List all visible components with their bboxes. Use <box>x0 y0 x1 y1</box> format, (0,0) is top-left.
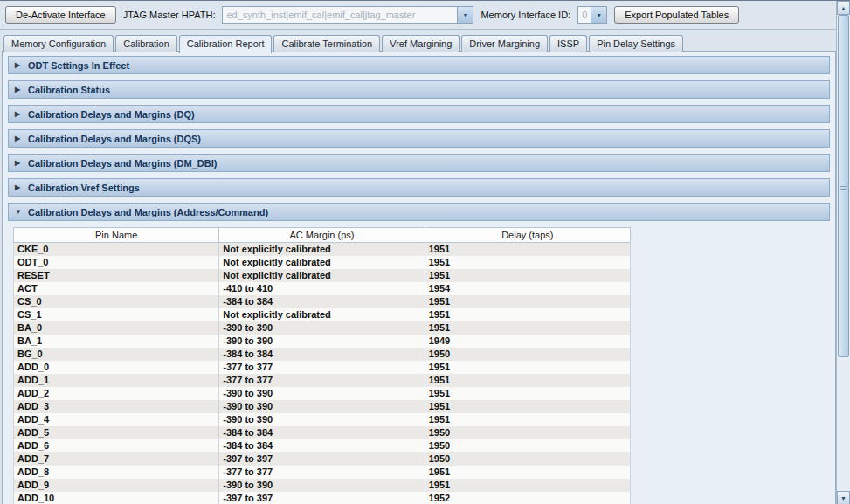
table-row-add-4[interactable]: ADD_4-390 to 3901951 <box>14 413 631 426</box>
pin-name-cell: ACT <box>14 282 219 295</box>
table-row-add-5[interactable]: ADD_5-384 to 3841950 <box>14 426 631 439</box>
scroll-down-arrow-icon[interactable]: ▼ <box>837 491 850 504</box>
section-label: Calibration Delays and Margins (Address/… <box>28 207 268 217</box>
delay-cell: 1950 <box>425 439 630 452</box>
ac-margin-cell: -384 to 384 <box>219 426 425 439</box>
section-calibration-delays-and-margins-dqs[interactable]: ▶Calibration Delays and Margins (DQS) <box>8 129 830 148</box>
column-header-delay-taps: Delay (taps) <box>425 228 630 243</box>
pin-name-cell: ADD_0 <box>14 361 219 374</box>
ac-margin-cell: Not explicitly calibrated <box>219 308 425 321</box>
toolbar: De-Activate Interface JTAG Master HPATH:… <box>0 1 850 30</box>
pin-name-cell: ADD_7 <box>14 452 219 466</box>
delay-cell: 1950 <box>425 452 630 466</box>
section-odt-settings-in-effect[interactable]: ▶ODT Settings In Effect <box>8 56 830 74</box>
table-row-ba-0[interactable]: BA_0-390 to 3901951 <box>14 321 631 335</box>
jtag-hpath-combobox[interactable]: ed_synth_inst|emif_cal|emif_cal|jtag_mas… <box>222 6 473 24</box>
pin-name-cell: CS_0 <box>14 295 219 308</box>
scrollbar-grip-icon <box>840 183 847 190</box>
pin-name-cell: ADD_3 <box>14 400 219 413</box>
table-row-add-9[interactable]: ADD_9-390 to 3901951 <box>14 479 631 492</box>
tab-driver-margining[interactable]: Driver Margining <box>461 35 548 52</box>
section-calibration-delays-and-margins-address-command[interactable]: ▼Calibration Delays and Margins (Address… <box>8 203 830 221</box>
tab-bar: Memory ConfigurationCalibrationCalibrati… <box>0 35 850 52</box>
pin-name-cell: CKE_0 <box>14 243 219 257</box>
tab-issp[interactable]: ISSP <box>549 35 587 52</box>
delay-cell: 1950 <box>425 348 630 361</box>
tab-calibrate-termination[interactable]: Calibrate Termination <box>273 35 380 52</box>
section-calibration-status[interactable]: ▶Calibration Status <box>8 80 830 99</box>
delay-cell: 1951 <box>425 321 630 335</box>
table-row-add-10[interactable]: ADD_10-397 to 3971952 <box>14 492 631 504</box>
emif-debug-toolkit-window: { "toolbar": { "deactivate_button": "De-… <box>0 0 850 504</box>
section-label: Calibration Delays and Margins (DM_DBI) <box>28 158 217 169</box>
section-calibration-vref-settings[interactable]: ▶Calibration Vref Settings <box>8 178 830 197</box>
section-label: Calibration Status <box>28 85 110 95</box>
triangle-right-icon: ▶ <box>15 110 22 118</box>
triangle-right-icon: ▶ <box>15 86 22 93</box>
pin-name-cell: ADD_2 <box>14 387 219 400</box>
scrollbar-thumb[interactable] <box>838 15 849 357</box>
vertical-scrollbar[interactable]: ▲ ▼ <box>836 1 850 504</box>
pin-name-cell: ADD_4 <box>14 413 219 426</box>
table-row-add-2[interactable]: ADD_2-390 to 3901951 <box>14 387 631 400</box>
delay-cell: 1952 <box>425 492 630 504</box>
table-row-add-6[interactable]: ADD_6-384 to 3841950 <box>14 439 631 452</box>
pin-name-cell: CS_1 <box>14 308 219 321</box>
memory-interface-id-value: 0 <box>578 7 591 23</box>
tab-calibration-report[interactable]: Calibration Report <box>179 35 273 53</box>
memory-interface-id-combobox[interactable]: 0 ▼ <box>577 6 607 24</box>
export-populated-tables-button[interactable]: Export Populated Tables <box>614 6 739 24</box>
ac-margin-cell: -377 to 377 <box>219 361 425 374</box>
deactivate-interface-button[interactable]: De-Activate Interface <box>5 6 116 24</box>
delay-cell: 1951 <box>425 308 630 321</box>
column-header-pin-name: Pin Name <box>14 228 219 243</box>
table-row-cs-1[interactable]: CS_1Not explicitly calibrated1951 <box>14 308 631 321</box>
delay-cell: 1951 <box>425 374 630 387</box>
ac-margin-cell: -377 to 377 <box>219 374 425 387</box>
address-command-margins-table: Pin NameAC Margin (ps)Delay (taps) CKE_0… <box>13 227 631 504</box>
scroll-up-arrow-icon[interactable]: ▲ <box>837 1 850 15</box>
chevron-down-icon[interactable]: ▼ <box>457 7 473 23</box>
delay-cell: 1951 <box>425 466 630 479</box>
section-label: ODT Settings In Effect <box>28 60 129 71</box>
tab-calibration[interactable]: Calibration <box>115 35 177 52</box>
section-calibration-delays-and-margins-dm-dbi[interactable]: ▶Calibration Delays and Margins (DM_DBI) <box>8 154 830 172</box>
table-row-cke-0[interactable]: CKE_0Not explicitly calibrated1951 <box>14 243 631 257</box>
ac-margin-cell: -390 to 390 <box>219 400 425 413</box>
memory-interface-id-label: Memory Interface ID: <box>480 10 570 20</box>
table-row-odt-0[interactable]: ODT_0Not explicitly calibrated1951 <box>14 256 631 269</box>
section-label: Calibration Delays and Margins (DQ) <box>28 109 195 120</box>
ac-margin-cell: Not explicitly calibrated <box>219 269 425 282</box>
pin-name-cell: ADD_1 <box>14 374 219 387</box>
table-row-add-1[interactable]: ADD_1-377 to 3771951 <box>14 374 631 387</box>
table-row-act[interactable]: ACT-410 to 4101954 <box>14 282 631 295</box>
table-row-reset[interactable]: RESETNot explicitly calibrated1951 <box>14 269 631 282</box>
tab-pin-delay-settings[interactable]: Pin Delay Settings <box>589 35 683 52</box>
table-row-add-8[interactable]: ADD_8-377 to 3771951 <box>14 466 631 479</box>
delay-cell: 1951 <box>425 243 630 257</box>
delay-cell: 1951 <box>425 269 630 282</box>
chevron-down-icon[interactable]: ▼ <box>591 7 606 23</box>
tab-vref-margining[interactable]: Vref Margining <box>382 35 460 52</box>
table-row-add-0[interactable]: ADD_0-377 to 3771951 <box>14 361 631 374</box>
table-row-bg-0[interactable]: BG_0-384 to 3841950 <box>14 348 631 361</box>
ac-margin-cell: -384 to 384 <box>219 348 425 361</box>
jtag-hpath-value: ed_synth_inst|emif_cal|emif_cal|jtag_mas… <box>223 7 457 23</box>
pin-name-cell: ADD_5 <box>14 426 219 439</box>
ac-margin-cell: -390 to 390 <box>219 335 425 348</box>
delay-cell: 1951 <box>425 479 630 492</box>
triangle-right-icon: ▶ <box>15 135 22 142</box>
table-row-ba-1[interactable]: BA_1-390 to 3901949 <box>14 335 631 348</box>
section-calibration-delays-and-margins-dq[interactable]: ▶Calibration Delays and Margins (DQ) <box>8 105 830 123</box>
delay-cell: 1950 <box>425 426 630 439</box>
ac-margin-cell: -410 to 410 <box>219 282 425 295</box>
delay-cell: 1954 <box>425 282 630 295</box>
table-row-cs-0[interactable]: CS_0-384 to 3841951 <box>14 295 631 308</box>
table-row-add-3[interactable]: ADD_3-390 to 3901951 <box>14 400 631 413</box>
tab-memory-configuration[interactable]: Memory Configuration <box>3 35 114 52</box>
pin-name-cell: BA_0 <box>14 321 219 335</box>
pin-name-cell: RESET <box>14 269 219 282</box>
table-row-add-7[interactable]: ADD_7-397 to 3971950 <box>14 452 631 466</box>
pin-name-cell: ADD_9 <box>14 479 219 492</box>
pin-name-cell: ADD_10 <box>14 492 219 504</box>
